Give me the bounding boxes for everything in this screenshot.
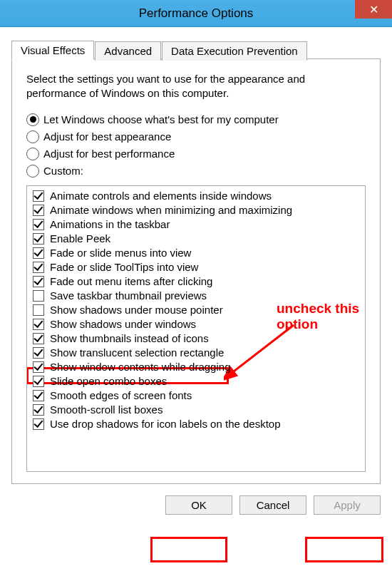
checkbox-row[interactable]: Show shadows under windows [30, 317, 365, 331]
checkbox-label: Use drop shadows for icon labels on the … [50, 418, 281, 430]
checkbox-icon [33, 262, 44, 273]
checkbox-label: Smooth-scroll list boxes [50, 403, 163, 416]
checkbox-label: Animate controls and elements inside win… [50, 190, 272, 202]
radio-icon [26, 130, 39, 143]
checkbox-icon [33, 247, 44, 259]
checkbox-label: Fade or slide ToolTips into view [50, 261, 198, 273]
checkbox-row[interactable]: Save taskbar thumbnail previews [30, 289, 365, 303]
checkbox-row[interactable]: Show shadows under mouse pointer [30, 303, 365, 317]
radio-label: Adjust for best appearance [43, 130, 171, 143]
tab-dep[interactable]: Data Execution Prevention [162, 41, 307, 61]
tab-strip: Visual Effects Advanced Data Execution P… [11, 40, 381, 59]
checkbox-label: Show shadows under mouse pointer [50, 304, 223, 316]
checkbox-icon [33, 319, 44, 330]
radio-label: Custom: [43, 165, 83, 177]
annotation-highlight-ok [150, 537, 227, 562]
checkbox-icon [33, 390, 44, 401]
checkbox-row[interactable]: Animate controls and elements inside win… [30, 189, 365, 203]
checkbox-row[interactable]: Show translucent selection rectangle [30, 346, 365, 360]
title-bar: Performance Options ✕ [0, 0, 392, 27]
checkbox-label: Smooth edges of screen fonts [50, 389, 192, 401]
radio-icon [26, 165, 39, 178]
radio-best-appearance[interactable]: Adjust for best appearance [26, 128, 366, 145]
apply-button[interactable]: Apply [314, 495, 381, 515]
checkbox-row[interactable]: Animate windows when minimizing and maxi… [30, 203, 365, 217]
checkbox-label: Show shadows under windows [50, 318, 196, 330]
radio-icon [26, 148, 39, 160]
description-text: Select the settings you want to use for … [26, 72, 366, 101]
checkbox-label: Show thumbnails instead of icons [50, 332, 209, 344]
checkbox-row[interactable]: Slide open combo boxes [30, 374, 365, 389]
checkbox-icon [33, 418, 44, 430]
checkbox-label: Animate windows when minimizing and maxi… [50, 204, 292, 216]
ok-button[interactable]: OK [165, 495, 232, 515]
radio-group: Let Windows choose what's best for my co… [26, 111, 366, 180]
checkbox-icon [33, 333, 44, 344]
checkbox-row[interactable]: Fade or slide menus into view [30, 246, 365, 260]
checkbox-icon [33, 233, 44, 245]
radio-label: Let Windows choose what's best for my co… [43, 113, 279, 125]
checkbox-row[interactable]: Smooth-scroll list boxes [30, 403, 365, 417]
tab-pane: Select the settings you want to use for … [11, 58, 381, 484]
radio-custom[interactable]: Custom: [26, 163, 366, 180]
checkbox-icon [33, 404, 44, 416]
effects-listbox[interactable]: Animate controls and elements inside win… [26, 185, 366, 472]
checkbox-label: Show translucent selection rectangle [50, 346, 224, 359]
radio-icon [26, 113, 39, 126]
radio-label: Adjust for best performance [43, 148, 175, 160]
checkbox-row[interactable]: Enable Peek [30, 232, 365, 246]
checkbox-row[interactable]: Fade or slide ToolTips into view [30, 260, 365, 274]
checkbox-label: Fade out menu items after clicking [50, 275, 212, 287]
checkbox-row[interactable]: Animations in the taskbar [30, 217, 365, 232]
checkbox-label: Animations in the taskbar [50, 218, 170, 230]
checkbox-label: Fade or slide menus into view [50, 247, 191, 259]
checkbox-icon [33, 376, 44, 387]
checkbox-icon [33, 290, 44, 302]
window-title: Performance Options [139, 6, 254, 21]
checkbox-row[interactable]: Show window contents while dragging [30, 360, 365, 374]
close-button[interactable]: ✕ [355, 0, 392, 19]
checkbox-icon [33, 190, 44, 202]
radio-auto[interactable]: Let Windows choose what's best for my co… [26, 111, 366, 128]
checkbox-icon [33, 361, 44, 373]
checkbox-icon [33, 347, 44, 359]
checkbox-icon [33, 205, 44, 216]
checkbox-icon [33, 219, 44, 230]
checkbox-icon [33, 304, 44, 316]
checkbox-label: Show window contents while dragging [50, 361, 230, 373]
button-bar: OK Cancel Apply [0, 484, 392, 526]
tab-visual-effects[interactable]: Visual Effects [11, 41, 94, 60]
checkbox-label: Slide open combo boxes [50, 375, 167, 387]
checkbox-row[interactable]: Smooth edges of screen fonts [30, 389, 365, 403]
checkbox-label: Enable Peek [50, 232, 110, 245]
tab-advanced[interactable]: Advanced [95, 41, 161, 61]
checkbox-row[interactable]: Show thumbnails instead of icons [30, 331, 365, 346]
checkbox-row[interactable]: Use drop shadows for icon labels on the … [30, 417, 365, 431]
checkbox-label: Save taskbar thumbnail previews [50, 289, 207, 302]
checkbox-icon [33, 276, 44, 287]
radio-best-performance[interactable]: Adjust for best performance [26, 145, 366, 163]
annotation-highlight-apply [305, 537, 383, 562]
cancel-button[interactable]: Cancel [239, 495, 306, 515]
close-icon: ✕ [369, 3, 378, 16]
checkbox-row[interactable]: Fade out menu items after clicking [30, 274, 365, 289]
